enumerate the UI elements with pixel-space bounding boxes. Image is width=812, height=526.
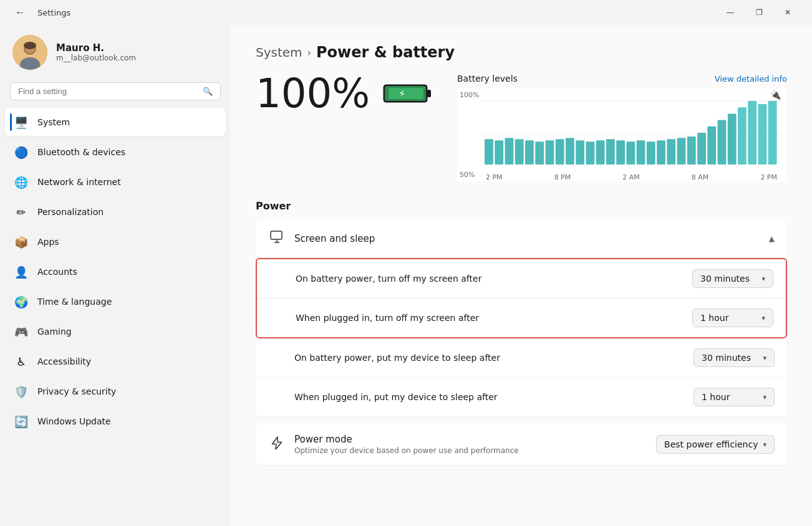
close-button[interactable]: ✕: [773, 2, 802, 22]
battery-screen-arrow: ▾: [761, 275, 765, 283]
titlebar-title: Settings: [37, 8, 70, 17]
search-icon: 🔍: [203, 87, 213, 96]
sidebar-item-update[interactable]: 🔄 Windows Update: [5, 407, 226, 436]
sidebar-item-bluetooth[interactable]: 🔵 Bluetooth & devices: [5, 138, 226, 166]
sidebar-item-label-accounts: Accounts: [37, 267, 77, 277]
bar-27: [758, 104, 766, 165]
battery-chart-section: Battery levels View detailed info 100% 5…: [457, 74, 787, 181]
plugged-sleep-label: When plugged in, put my device to sleep …: [294, 392, 498, 402]
bar-6: [545, 140, 554, 165]
sidebar-item-personalization[interactable]: ✏️ Personalization: [5, 198, 226, 226]
sidebar-item-gaming[interactable]: 🎮 Gaming: [5, 317, 226, 346]
search-input[interactable]: [18, 87, 198, 96]
sidebar-item-label-time: Time & language: [37, 297, 112, 307]
setting-row-battery-sleep: On battery power, put my device to sleep…: [256, 338, 787, 378]
bar-24: [728, 113, 737, 165]
chart-wrapper: 100% 50% 🔌 2 PM 8 PM 2 AM: [457, 88, 787, 181]
sidebar-item-time[interactable]: 🌍 Time & language: [5, 287, 226, 316]
main-content: System › Power & battery 100% ⚡: [231, 25, 812, 526]
sidebar-item-label-accessibility: Accessibility: [37, 356, 91, 366]
plugged-sleep-arrow: ▾: [763, 393, 766, 401]
screen-sleep-header[interactable]: Screen and sleep ▲: [256, 219, 787, 257]
avatar: [12, 35, 47, 70]
power-mode-value: Best power efficiency: [664, 439, 758, 449]
card-header-left: Screen and sleep: [268, 229, 375, 247]
bar-25: [738, 107, 747, 165]
sidebar-item-accessibility[interactable]: ♿ Accessibility: [5, 347, 226, 376]
battery-percent-section: 100% ⚡: [256, 74, 432, 113]
plugged-screen-arrow: ▾: [761, 314, 765, 322]
x-label-8pm: 8 PM: [554, 173, 571, 181]
breadcrumb-parent: System: [256, 45, 302, 60]
power-mode-info: Power mode Optimize your device based on…: [294, 434, 656, 455]
plug-indicator: 🔌: [770, 90, 781, 100]
power-mode-icon: [268, 436, 286, 454]
x-label-2pm-end: 2 PM: [760, 173, 777, 181]
screen-sleep-label: Screen and sleep: [294, 233, 375, 244]
sidebar-item-accounts[interactable]: 👤 Accounts: [5, 257, 226, 286]
battery-sleep-value: 30 minutes: [702, 353, 751, 363]
sidebar-item-privacy[interactable]: 🛡️ Privacy & security: [5, 377, 226, 406]
sidebar-item-label-system: System: [37, 117, 70, 127]
back-button[interactable]: ←: [10, 4, 30, 21]
bar-18: [667, 139, 675, 165]
battery-sleep-dropdown[interactable]: 30 minutes ▾: [694, 348, 775, 367]
bar-21: [697, 133, 706, 165]
screen-sleep-icon: [268, 229, 286, 247]
titlebar-left: ← Settings: [10, 4, 70, 21]
svg-rect-12: [271, 231, 282, 239]
sidebar-item-system[interactable]: 🖥️ System: [5, 108, 226, 136]
battery-sleep-arrow: ▾: [763, 354, 766, 362]
nav-list: 🖥️ System 🔵 Bluetooth & devices 🌐 Networ…: [0, 108, 231, 436]
accessibility-icon: ♿: [14, 354, 29, 369]
bar-28: [768, 101, 777, 165]
svg-text:⚡: ⚡: [399, 88, 405, 100]
battery-screen-dropdown[interactable]: 30 minutes ▾: [692, 269, 773, 288]
battery-screen-label: On battery power, turn off my screen aft…: [296, 274, 481, 284]
privacy-icon: 🛡️: [14, 384, 29, 399]
view-detailed-info-link[interactable]: View detailed info: [715, 74, 787, 84]
y-label-50: 50%: [460, 171, 479, 179]
gaming-icon: 🎮: [14, 324, 29, 339]
bar-13: [616, 140, 625, 165]
power-section-title: Power: [256, 200, 787, 212]
sidebar-item-apps[interactable]: 📦 Apps: [5, 227, 226, 256]
power-mode-row: Power mode Optimize your device based on…: [256, 424, 787, 465]
plugged-sleep-value: 1 hour: [702, 392, 730, 402]
power-mode-dropdown[interactable]: Best power efficiency ▾: [656, 435, 775, 454]
battery-sleep-label: On battery power, put my device to sleep…: [294, 353, 500, 363]
bar-26: [748, 101, 756, 165]
bar-17: [657, 140, 665, 165]
setting-row-plugged-sleep: When plugged in, put my device to sleep …: [256, 378, 787, 416]
search-container: 🔍: [0, 82, 231, 108]
time-icon: 🌍: [14, 294, 29, 309]
breadcrumb: System › Power & battery: [256, 44, 787, 61]
titlebar-controls: — ❐ ✕: [716, 2, 802, 22]
maximize-button[interactable]: ❐: [745, 2, 773, 22]
minimize-button[interactable]: —: [716, 2, 745, 22]
bar-1: [495, 140, 503, 165]
bar-20: [687, 136, 696, 165]
sidebar-item-label-personalization: Personalization: [37, 207, 104, 217]
bar-0: [485, 139, 493, 165]
screen-sleep-rows: On battery power, turn off my screen aft…: [256, 257, 787, 416]
plugged-screen-value: 1 hour: [700, 313, 728, 323]
x-label-8am: 8 AM: [692, 173, 709, 181]
profile-info: Mauro H. m__lab@outlook.com: [56, 42, 136, 62]
titlebar: ← Settings — ❐ ✕: [0, 0, 812, 25]
sidebar-item-label-gaming: Gaming: [37, 327, 72, 337]
sidebar-item-label-network: Network & internet: [37, 177, 121, 187]
plugged-screen-dropdown[interactable]: 1 hour ▾: [692, 308, 773, 327]
plugged-sleep-dropdown[interactable]: 1 hour ▾: [694, 388, 775, 406]
system-icon: 🖥️: [14, 115, 29, 130]
sidebar-item-network[interactable]: 🌐 Network & internet: [5, 168, 226, 196]
bar-4: [525, 140, 534, 165]
power-mode-title: Power mode: [294, 434, 656, 445]
app-body: Mauro H. m__lab@outlook.com 🔍 🖥️ System …: [0, 25, 812, 526]
battery-chart-svg: [481, 93, 782, 168]
bar-19: [677, 138, 686, 165]
sidebar-item-label-privacy: Privacy & security: [37, 386, 116, 396]
sidebar-item-label-apps: Apps: [37, 237, 59, 247]
accounts-icon: 👤: [14, 264, 29, 279]
bar-15: [637, 140, 645, 165]
